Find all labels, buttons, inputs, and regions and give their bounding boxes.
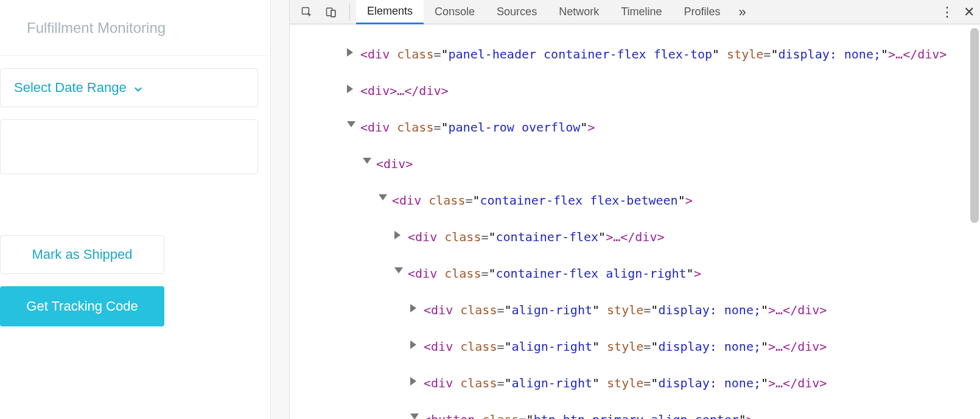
dom-node[interactable]: <div class="container-flex">…</div>	[408, 228, 980, 246]
page-title: Fulfillment Monitoring	[0, 0, 270, 56]
date-range-label: Select Date Range	[14, 80, 127, 96]
dom-node[interactable]: <button class="btn btn-primary align-cen…	[424, 410, 980, 419]
menu-icon[interactable]: ⋮	[936, 0, 958, 24]
collapse-icon[interactable]	[347, 121, 355, 127]
tab-console[interactable]: Console	[424, 0, 486, 24]
device-icon[interactable]	[319, 0, 343, 24]
tab-timeline[interactable]: Timeline	[610, 0, 673, 24]
tab-sources[interactable]: Sources	[486, 0, 548, 24]
dom-node[interactable]: <div>	[376, 155, 980, 173]
dom-node[interactable]: <div class="panel-row overflow">	[360, 118, 980, 136]
date-range-select[interactable]: Select Date Range	[0, 68, 258, 107]
tabs-overflow-icon[interactable]: »	[732, 0, 754, 24]
collapse-icon[interactable]	[394, 267, 403, 273]
dom-node[interactable]: <div class="align-right" style="display:…	[424, 337, 980, 356]
empty-card	[0, 119, 258, 174]
inspect-icon[interactable]	[295, 0, 319, 24]
svg-rect-2	[331, 10, 335, 16]
chevron-down-icon	[133, 83, 142, 93]
tab-elements[interactable]: Elements	[356, 0, 424, 24]
expand-icon[interactable]	[410, 377, 416, 386]
tab-profiles[interactable]: Profiles	[673, 0, 732, 24]
tab-network[interactable]: Network	[548, 0, 610, 24]
get-tracking-button[interactable]: Get Tracking Code	[0, 286, 164, 326]
expand-icon[interactable]	[347, 48, 353, 57]
collapse-icon[interactable]	[410, 414, 419, 419]
expand-icon[interactable]	[410, 340, 416, 349]
expand-icon[interactable]	[347, 85, 353, 93]
dom-node[interactable]: <div>…</div>	[360, 82, 980, 100]
collapse-icon[interactable]	[363, 158, 371, 164]
panel-gap	[271, 0, 290, 419]
separator	[349, 4, 350, 20]
expand-icon[interactable]	[410, 304, 416, 312]
mark-shipped-button[interactable]: Mark as Shipped	[0, 235, 164, 274]
devtools-panel: Elements Console Sources Network Timelin…	[290, 0, 980, 419]
dom-node[interactable]: <div class="align-right" style="display:…	[424, 374, 980, 392]
expand-icon[interactable]	[394, 231, 401, 239]
elements-tree[interactable]: <div class="panel-header container-flex …	[290, 24, 980, 419]
collapse-icon[interactable]	[379, 194, 387, 200]
dom-node[interactable]: <div class="panel-header container-flex …	[360, 45, 980, 63]
devtools-tabbar: Elements Console Sources Network Timelin…	[290, 0, 980, 24]
close-icon[interactable]: ✕	[958, 0, 980, 24]
dom-node[interactable]: <div class="container-flex align-right">	[408, 264, 980, 283]
app-panel: Fulfillment Monitoring Select Date Range…	[0, 0, 271, 419]
dom-node[interactable]: <div class="container-flex flex-between"…	[392, 191, 980, 210]
dom-node[interactable]: <div class="align-right" style="display:…	[424, 301, 980, 319]
spacer	[0, 174, 270, 223]
dom-tree: <div class="panel-header container-flex …	[290, 27, 980, 419]
